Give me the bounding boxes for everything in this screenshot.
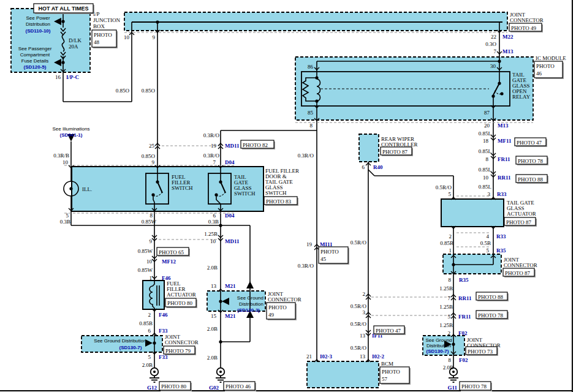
diagram-label: 2 [448,330,451,336]
photo-label-text: PHOTO [320,249,339,255]
diagram-label: FR11 [458,314,471,320]
diagram-label: M21 [225,313,236,319]
diagram-label: 1.25B [204,231,218,237]
diagram-label: 2.0B [142,362,153,368]
photo-label-text: PHOTO [382,369,400,375]
diagram-label: (SD110-10) [26,28,51,34]
diagram-label: 5 [148,354,151,360]
diagram-label: 10 [124,34,130,40]
wire-segment [368,170,374,176]
photo-reference-label: PHOTO 88 [516,175,548,184]
diagram-label: ACTUATOR [507,211,536,217]
diagram-label: 19 [211,143,217,149]
diagram-label: 21 [306,353,312,360]
diagram-label: 0.3R/O [298,263,314,269]
photo-reference-label: PHOTO 82 [241,140,275,149]
diagram-label: 7 [448,295,451,301]
diagram-label: 2.0B [207,265,218,271]
wiring-diagram-page: I/PJUNCTIONBOXSee PowerDistribution(SD11… [0,0,576,392]
diagram-label: 0.3B [60,219,70,225]
photo-label-text: PHOTO 78 [461,383,487,390]
diagram-label: G02 [209,385,219,391]
diagram-label: 0.85W [138,267,153,273]
diagram-label: G11 [447,385,457,391]
photo-label-text: PHOTO 79 [165,348,191,354]
diagram-label: 3 [488,191,491,197]
photo-reference-label: PHOTO 78 [516,156,548,165]
diagram-label: 1 [449,247,452,254]
diagram-label: 9 [153,34,156,40]
photo-reference-label: PHOTO 87 [381,147,413,156]
diagram-label: 5 [487,247,490,254]
photo-label-text: PHOTO 80 [161,383,187,390]
junction-dot [214,193,218,196]
diagram-label: 2.0B [207,355,218,361]
diagram-label: CONNECTOR [504,262,537,268]
diagram-label: MF11 [498,138,512,144]
photo-label-text: PHOTO 87 [505,270,531,276]
diagram-label: 30 [490,63,496,69]
diagram-label: 3 [363,309,366,315]
diagram-label: RELAY [512,94,531,100]
diagram-label: 8 [449,277,452,283]
photo-label-text: PHOTO 83 [266,198,292,205]
diagram-label: Distribution [426,343,451,349]
photo-reference-label: PHOTO 87 [504,217,537,227]
diagram-label: 2 [148,312,151,318]
diagram-label: MD11 [225,238,240,244]
diagram-label: G12 [147,385,157,391]
diagram-label: 87 [484,110,490,116]
diagram-label: 0.3R/O [203,132,220,138]
diagram-label: 86 [308,64,314,70]
diagram-label: D04 [225,213,235,219]
diagram-label: R33 [497,191,507,197]
diagram-label: CONNECTOR [165,339,199,345]
junction-dot [219,224,222,227]
photo-label-text: PHOTO 82 [243,142,268,148]
diagram-label: 6 [213,213,216,219]
photo-reference-label: PHOTO 73 [466,347,498,356]
diagram-label: 10 [483,175,489,181]
junction-dot [219,180,222,183]
photo-label-text: PHOTO 65 [159,249,184,255]
diagram-label: R33 [496,233,506,239]
diagram-label: 1.25B [439,285,453,292]
junction-dot [151,193,154,196]
photo-reference-label: PHOTO 87 [503,268,536,277]
reference-arrow-icon [246,281,254,288]
diagram-label: R35 [496,247,506,254]
junction-dot [156,20,159,23]
diagram-label: ACTUATOR [167,292,196,298]
diagram-label: 0.85L [479,184,491,190]
photo-reference-label: PHOTO48 [92,30,118,48]
diagram-label: 0.3R/B [53,153,69,159]
diagram-label: MD11 [225,143,240,149]
junction-dot [452,263,455,266]
diagram-label: M22 [502,34,513,40]
junction-dot [452,342,455,345]
diagram-label: 8 [449,357,452,363]
diagram-label: 5 [66,213,69,219]
diagram-label: (SD130-7) [426,349,449,354]
photo-reference-label: PHOTO 78 [460,382,492,391]
diagram-label: 0.85O [142,88,156,94]
photo-label-text: 57 [382,376,388,382]
diagram-label: Distribution [26,21,50,27]
diagram-label: 1.25B [439,304,453,310]
photo-label-text: PHOTO 87 [506,219,532,225]
ground-icon [150,368,159,382]
photo-label-text: PHOTO 47 [517,140,542,146]
diagram-label: 20A [69,43,78,50]
diagram-label: Compartment [20,52,50,58]
diagram-label: 19 [306,241,313,247]
diagram-label: R40 [373,164,383,170]
photo-label-text: PHOTO [268,304,287,311]
diagram-label: Fuse Details [21,58,48,64]
photo-reference-label: PHOTO 47 [515,138,547,147]
photo-reference-label: PHOTO 49 [509,23,543,32]
diagram-label: 16 [55,74,61,80]
photo-label-text: 48 [94,39,100,45]
diagram-label: See Ground [237,295,263,301]
photo-label-text: PHOTO 73 [468,349,493,355]
diagram-label: 0.85W [138,248,153,254]
